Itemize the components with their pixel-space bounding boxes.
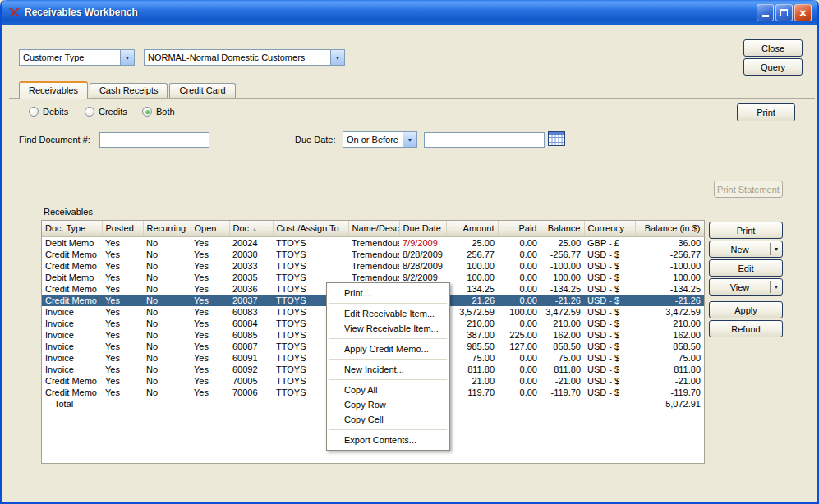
table-cell: -134.25 — [635, 283, 704, 295]
button-label: View — [710, 282, 770, 292]
print-statement-button[interactable]: Print Statement — [714, 181, 783, 198]
tab-cash-receipts[interactable]: Cash Receipts — [90, 83, 168, 98]
table-header-row: Doc. Type Posted Recurring Open Doc▲ Cus… — [42, 221, 704, 236]
customer-name-combo[interactable]: NORMAL-Normal Domestic Customers ▼ — [144, 49, 345, 66]
column-header-doc[interactable]: Doc▲ — [229, 221, 273, 236]
table-cell: 8/28/2009 — [399, 249, 446, 260]
context-menu-item-print[interactable]: Print... — [327, 286, 449, 300]
table-cell: Debit Memo — [42, 272, 102, 283]
table-cell: No — [143, 295, 191, 306]
due-date-input[interactable] — [424, 132, 545, 148]
table-cell: Credit Memo — [42, 249, 102, 260]
radio-both[interactable]: Both — [142, 107, 175, 117]
table-row[interactable]: Credit MemoYesNoYes20033TTOYSTremendous.… — [42, 260, 704, 272]
print-side-button[interactable]: Print — [709, 222, 783, 239]
chevron-down-icon[interactable]: ▼ — [770, 243, 782, 255]
table-cell: Yes — [102, 260, 143, 272]
context-menu-item-copy-cell[interactable]: Copy Cell — [327, 412, 449, 427]
column-header-balance-usd[interactable]: Balance (in $) — [635, 221, 704, 236]
table-cell: 210.00 — [635, 318, 704, 329]
context-menu-item-edit-receivable-item[interactable]: Edit Receivable Item... — [327, 306, 449, 321]
minimize-button[interactable] — [757, 4, 774, 21]
column-header-cust-assign-to[interactable]: Cust./Assign To — [273, 221, 348, 236]
table-row[interactable]: Debit MemoYesNoYes20024TTOYSTremendous..… — [42, 236, 704, 249]
maximize-button[interactable] — [775, 4, 793, 21]
apply-side-button[interactable]: Apply — [709, 301, 783, 318]
radio-both-label: Both — [156, 107, 175, 117]
context-menu-item-apply-credit-memo[interactable]: Apply Credit Memo... — [327, 341, 449, 356]
table-cell: -119.70 — [541, 387, 584, 398]
table-cell: 20024 — [229, 236, 273, 249]
table-cell: 225.00 — [498, 329, 541, 341]
column-header-paid[interactable]: Paid — [498, 221, 541, 236]
column-header-posted[interactable]: Posted — [102, 221, 143, 236]
table-cell: 20030 — [229, 249, 273, 260]
table-cell: Invoice — [42, 341, 102, 352]
table-cell: No — [143, 306, 191, 318]
context-menu-item-export-contents[interactable]: Export Contents... — [327, 433, 449, 447]
table-cell: Yes — [191, 295, 229, 306]
close-button[interactable]: Close — [743, 39, 803, 57]
table-cell: Yes — [102, 341, 143, 352]
context-menu-item-new-incident[interactable]: New Incident... — [327, 362, 449, 377]
table-cell: 3,472.59 — [635, 306, 704, 318]
column-header-amount[interactable]: Amount — [446, 221, 498, 236]
table-cell: Yes — [102, 283, 143, 295]
new-side-button[interactable]: New ▼ — [709, 241, 783, 258]
radio-debits[interactable]: Debits — [29, 107, 68, 117]
column-header-currency[interactable]: Currency — [584, 221, 635, 236]
chevron-down-icon[interactable]: ▼ — [330, 50, 344, 65]
table-cell: 210.00 — [446, 318, 498, 329]
table-cell: No — [143, 272, 191, 283]
title-bar[interactable]: Receivables Workbench × — [2, 0, 817, 25]
table-cell: No — [143, 341, 191, 352]
column-header-recurring[interactable]: Recurring — [143, 221, 191, 236]
column-header-doc-type[interactable]: Doc. Type — [42, 221, 102, 236]
column-header-name-desc[interactable]: Name/Desc. — [348, 221, 399, 236]
chevron-down-icon[interactable]: ▼ — [770, 281, 782, 293]
table-cell: 75.00 — [635, 352, 704, 364]
customer-type-combo[interactable]: Customer Type ▼ — [19, 49, 135, 66]
column-header-balance[interactable]: Balance — [541, 221, 584, 236]
context-menu-item-copy-all[interactable]: Copy All — [327, 383, 449, 397]
table-cell: USD - $ — [584, 318, 635, 329]
table-cell: 0.00 — [498, 249, 541, 260]
table-cell: Yes — [191, 341, 229, 352]
table-cell: 127.00 — [498, 341, 541, 352]
table-cell: USD - $ — [584, 364, 635, 375]
table-cell: 119.70 — [446, 387, 498, 398]
table-cell: No — [143, 249, 191, 260]
table-cell: Yes — [102, 352, 143, 364]
context-menu-item-copy-row[interactable]: Copy Row — [327, 397, 449, 412]
tab-credit-card[interactable]: Credit Card — [169, 83, 235, 98]
table-cell: Total — [42, 398, 102, 410]
find-document-input[interactable] — [99, 132, 209, 148]
menu-separator — [329, 359, 447, 360]
refund-side-button[interactable]: Refund — [709, 320, 783, 337]
radio-credits[interactable]: Credits — [85, 107, 127, 117]
close-window-button[interactable]: × — [794, 4, 812, 21]
table-cell: -21.26 — [635, 295, 704, 306]
table-cell: 60087 — [229, 341, 273, 352]
tab-receivables[interactable]: Receivables — [19, 81, 88, 99]
table-cell: No — [143, 260, 191, 272]
column-header-open[interactable]: Open — [191, 221, 229, 236]
chevron-down-icon[interactable]: ▼ — [403, 132, 416, 147]
calendar-icon[interactable] — [548, 131, 565, 146]
table-cell: 20033 — [229, 260, 273, 272]
table-row[interactable]: Debit MemoYesNoYes20035TTOYSTremendous..… — [42, 272, 704, 283]
query-button[interactable]: Query — [743, 58, 803, 76]
context-menu-item-view-receivable-item[interactable]: View Receivable Item... — [327, 321, 449, 336]
table-cell: USD - $ — [584, 352, 635, 364]
column-header-due-date[interactable]: Due Date — [399, 221, 446, 236]
due-date-operator-combo[interactable]: On or Before ▼ — [343, 131, 417, 148]
table-cell: -21.00 — [635, 375, 704, 387]
view-side-button[interactable]: View ▼ — [709, 278, 783, 296]
column-header-doc-label: Doc — [233, 223, 250, 233]
table-row[interactable]: Credit MemoYesNoYes20030TTOYSTremendous.… — [42, 249, 704, 260]
chevron-down-icon[interactable]: ▼ — [120, 50, 134, 65]
table-cell: 36.00 — [635, 236, 704, 249]
table-cell: Yes — [191, 364, 229, 375]
print-button[interactable]: Print — [737, 103, 795, 121]
edit-side-button[interactable]: Edit — [709, 259, 783, 277]
